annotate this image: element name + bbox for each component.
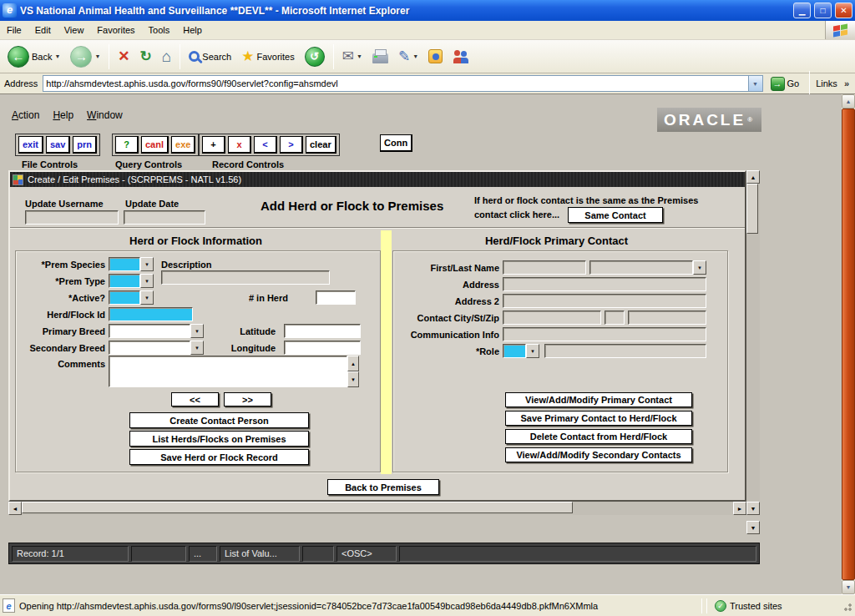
forms-window-titlebar[interactable]: Create / Edit Premises - (SCRPREMS - NAT… xyxy=(10,172,745,187)
print-button[interactable] xyxy=(368,48,392,65)
home-button[interactable]: ⌂ xyxy=(158,47,175,66)
applet-menu-window[interactable]: Window xyxy=(87,109,123,121)
back-dropdown-icon[interactable]: ▼ xyxy=(54,53,60,59)
latitude-field[interactable] xyxy=(284,324,361,338)
page-scroll-down-icon[interactable]: ▼ xyxy=(842,580,855,594)
delete-contact-button[interactable]: Delete Contact from Herd/Flock xyxy=(505,429,692,444)
view-modify-secondary-contacts-button[interactable]: View/Add/Modify Secondary Contacts xyxy=(505,447,692,462)
menu-favorites[interactable]: Favorites xyxy=(90,22,141,38)
search-button[interactable]: Search xyxy=(185,49,235,63)
outer-scroll-down-icon[interactable]: ▼ xyxy=(746,521,760,534)
applet-menu-help[interactable]: Help xyxy=(53,109,73,121)
print-form-button[interactable]: prn xyxy=(73,136,97,154)
add-record-button[interactable]: + xyxy=(202,136,225,154)
back-to-premises-button[interactable]: Back to Premises xyxy=(327,479,439,495)
form-scroll-up-icon[interactable]: ▲ xyxy=(746,170,760,184)
enter-query-button[interactable]: ? xyxy=(115,136,139,154)
form-scroll-right-icon[interactable]: ► xyxy=(733,502,746,515)
herd-flock-id-field[interactable] xyxy=(109,307,193,321)
previous-herd-button[interactable]: << xyxy=(171,392,219,406)
secondary-breed-field[interactable] xyxy=(109,341,190,355)
active-dropdown-icon[interactable]: ▼ xyxy=(140,290,154,305)
favorites-button[interactable]: ★ Favorites xyxy=(237,48,299,65)
menu-file[interactable]: File xyxy=(0,22,28,38)
edit-dropdown-icon[interactable]: ▼ xyxy=(412,53,418,59)
discuss-button[interactable] xyxy=(448,48,473,65)
contact-zip-field[interactable] xyxy=(628,311,706,325)
refresh-button[interactable]: ↻ xyxy=(136,48,156,65)
page-scrollbar[interactable]: ▲ ▼ xyxy=(842,94,855,594)
forward-dropdown-icon[interactable]: ▼ xyxy=(94,53,100,59)
update-username-field[interactable] xyxy=(25,210,119,225)
maximize-button[interactable]: □ xyxy=(814,3,832,18)
form-scroll-left-icon[interactable]: ◄ xyxy=(8,502,22,515)
prem-species-dropdown-icon[interactable]: ▼ xyxy=(140,257,154,271)
page-scroll-up-icon[interactable]: ▲ xyxy=(842,94,855,109)
address-dropdown-icon[interactable]: ▼ xyxy=(748,76,762,91)
links-chevron-icon[interactable]: » xyxy=(841,78,852,88)
last-name-dropdown-icon[interactable]: ▼ xyxy=(693,260,706,275)
menu-edit[interactable]: Edit xyxy=(28,22,58,38)
close-button[interactable]: ✕ xyxy=(835,3,852,18)
page-scroll-track[interactable] xyxy=(842,109,855,580)
form-vertical-scrollbar[interactable]: ▲ ▼ xyxy=(746,170,760,515)
save-button[interactable]: sav xyxy=(46,136,70,154)
communication-info-field[interactable] xyxy=(503,327,706,341)
messenger-button[interactable] xyxy=(424,48,447,65)
same-contact-button[interactable]: Same Contact xyxy=(568,207,663,223)
applet-menu-action[interactable]: Action xyxy=(12,109,39,121)
stop-button[interactable]: ✕ xyxy=(114,48,134,65)
contact-address-field[interactable] xyxy=(503,277,706,291)
contact-city-field[interactable] xyxy=(503,311,601,325)
exit-button[interactable]: exit xyxy=(18,136,43,154)
history-button[interactable]: ↺ xyxy=(301,45,329,68)
menu-view[interactable]: View xyxy=(58,22,91,38)
primary-breed-field[interactable] xyxy=(109,324,190,338)
conn-button[interactable]: Conn xyxy=(380,134,412,152)
edit-button[interactable]: ✎ ▼ xyxy=(394,48,422,65)
form-hscroll-thumb[interactable] xyxy=(22,502,573,513)
forward-button[interactable]: → ▼ xyxy=(66,44,104,69)
mail-dropdown-icon[interactable]: ▼ xyxy=(357,53,362,59)
description-field[interactable] xyxy=(161,270,330,285)
primary-breed-dropdown-icon[interactable]: ▼ xyxy=(190,324,204,338)
form-vscroll-thumb[interactable] xyxy=(746,184,758,234)
form-vscroll-track[interactable] xyxy=(746,184,760,502)
menu-tools[interactable]: Tools xyxy=(142,22,177,38)
minimize-button[interactable]: ▁ xyxy=(793,3,811,18)
view-modify-primary-contact-button[interactable]: View/Add/Modify Primary Contact xyxy=(505,392,692,407)
contact-state-field[interactable] xyxy=(605,311,625,325)
save-herd-flock-button[interactable]: Save Herd or Flock Record xyxy=(129,449,309,465)
address-input[interactable] xyxy=(43,77,747,90)
role-dropdown-icon[interactable]: ▼ xyxy=(526,344,539,358)
create-contact-person-button[interactable]: Create Contact Person xyxy=(129,412,309,428)
page-scroll-thumb[interactable] xyxy=(842,109,855,580)
list-herds-flocks-button[interactable]: List Herds/Flocks on Premises xyxy=(129,431,309,447)
form-horizontal-scrollbar[interactable]: ◄ ► xyxy=(8,502,746,515)
longitude-field[interactable] xyxy=(284,341,361,355)
comments-field[interactable] xyxy=(109,356,347,387)
comments-scroll-up-icon[interactable]: ▲ xyxy=(347,356,359,371)
execute-query-button[interactable]: exe xyxy=(171,136,195,154)
update-date-field[interactable] xyxy=(124,210,205,225)
role-description-field[interactable] xyxy=(544,344,706,358)
form-hscroll-track[interactable] xyxy=(22,502,733,515)
cancel-query-button[interactable]: canl xyxy=(141,136,169,154)
next-record-button[interactable]: > xyxy=(280,136,303,154)
prem-species-field[interactable] xyxy=(109,257,140,271)
back-button[interactable]: ← Back ▼ xyxy=(3,44,64,69)
comments-scroll-down-icon[interactable]: ▼ xyxy=(347,371,359,387)
clear-record-button[interactable]: clear xyxy=(306,136,336,154)
last-name-field[interactable] xyxy=(589,260,693,275)
first-name-field[interactable] xyxy=(503,260,586,275)
menu-help[interactable]: Help xyxy=(176,22,209,38)
prem-type-field[interactable] xyxy=(109,274,140,288)
prem-type-dropdown-icon[interactable]: ▼ xyxy=(140,274,154,288)
previous-record-button[interactable]: < xyxy=(254,136,277,154)
in-herd-field[interactable] xyxy=(316,290,356,305)
next-herd-button[interactable]: >> xyxy=(224,392,271,406)
go-button[interactable]: → Go xyxy=(766,75,804,93)
contact-address2-field[interactable] xyxy=(503,294,706,308)
save-primary-contact-button[interactable]: Save Primary Contact to Herd/Flock xyxy=(505,411,692,426)
role-field[interactable] xyxy=(503,344,526,358)
